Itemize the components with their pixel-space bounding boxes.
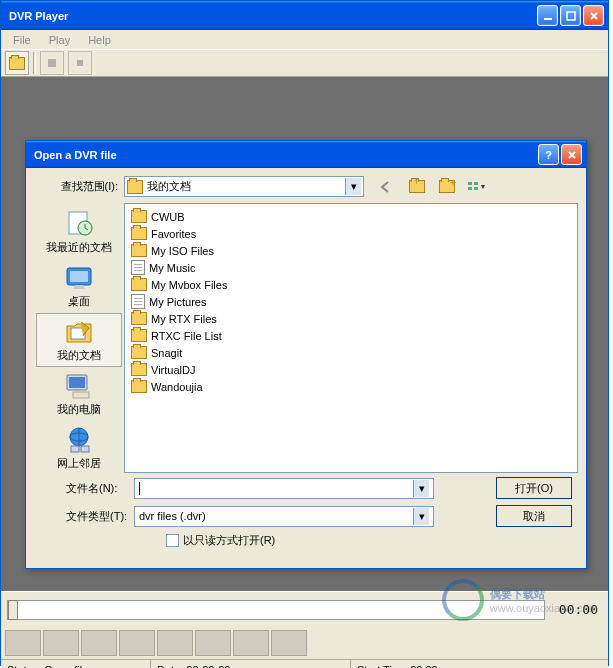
desktop-icon — [63, 264, 95, 292]
file-item[interactable]: My Mvbox Files — [131, 276, 571, 293]
svg-rect-6 — [474, 182, 478, 185]
place-label: 我的电脑 — [57, 402, 101, 417]
up-folder-button[interactable]: ↑ — [406, 177, 428, 197]
svg-rect-0 — [544, 18, 552, 20]
place-network[interactable]: 网上邻居 — [36, 421, 122, 475]
file-item[interactable]: VirtualDJ — [131, 361, 571, 378]
dialog-close-button[interactable] — [561, 144, 582, 165]
timeline-slider[interactable] — [7, 600, 545, 620]
thumbnail-row — [1, 627, 608, 659]
file-list[interactable]: CWUBFavoritesMy ISO FilesMy MusicMy Mvbo… — [124, 203, 578, 473]
file-item[interactable]: My Music — [131, 259, 571, 276]
svg-rect-4 — [468, 182, 472, 185]
toolbar-button-2[interactable] — [40, 51, 64, 75]
dropdown-arrow-icon[interactable]: ▾ — [345, 178, 361, 195]
svg-rect-18 — [71, 446, 79, 452]
channel-thumb[interactable] — [119, 630, 155, 656]
document-icon — [131, 294, 145, 309]
tool-icon — [73, 56, 87, 70]
dialog-title: Open a DVR file — [30, 149, 538, 161]
minimize-button[interactable] — [537, 5, 558, 26]
svg-rect-3 — [77, 60, 83, 66]
dropdown-arrow-icon[interactable]: ▾ — [413, 480, 429, 497]
slider-thumb[interactable] — [8, 600, 18, 620]
folder-icon — [131, 278, 147, 291]
places-bar: 我最近的文档 桌面 我的文档 我的电脑 — [34, 203, 124, 473]
dialog-titlebar[interactable]: Open a DVR file ? — [26, 141, 586, 168]
svg-rect-5 — [468, 187, 472, 190]
open-file-dialog: Open a DVR file ? 查找范围(I): 我的文档 ▾ — [25, 140, 587, 569]
file-name: RTXC File List — [151, 330, 222, 342]
lookin-label: 查找范围(I): — [34, 179, 124, 194]
mydocs-icon — [63, 318, 95, 346]
menubar: File Play Help — [1, 30, 608, 49]
computer-icon — [63, 372, 95, 400]
cancel-button[interactable]: 取消 — [496, 505, 572, 527]
svg-rect-11 — [70, 271, 88, 282]
folder-icon — [131, 210, 147, 223]
place-recent[interactable]: 我最近的文档 — [36, 205, 122, 259]
statusbar: Status: Open file... Data: 00-00-00 Star… — [1, 659, 608, 668]
view-icon — [467, 180, 487, 194]
dropdown-arrow-icon[interactable]: ▾ — [413, 508, 429, 525]
file-item[interactable]: RTXC File List — [131, 327, 571, 344]
file-item[interactable]: Favorites — [131, 225, 571, 242]
file-name: My ISO Files — [151, 245, 214, 257]
tool-icon — [45, 56, 59, 70]
file-name: My Music — [149, 262, 195, 274]
recent-docs-icon — [63, 210, 95, 238]
file-item[interactable]: Wandoujia — [131, 378, 571, 395]
channel-thumb[interactable] — [5, 630, 41, 656]
main-titlebar[interactable]: DVR Player — [1, 1, 608, 30]
file-name: VirtualDJ — [151, 364, 195, 376]
channel-thumb[interactable] — [195, 630, 231, 656]
channel-thumb[interactable] — [157, 630, 193, 656]
dialog-help-button[interactable]: ? — [538, 144, 559, 165]
file-item[interactable]: My ISO Files — [131, 242, 571, 259]
folder-up-icon: ↑ — [409, 180, 425, 193]
place-label: 我的文档 — [57, 348, 101, 363]
file-item[interactable]: My Pictures — [131, 293, 571, 310]
new-folder-button[interactable]: ✦ — [436, 177, 458, 197]
channel-thumb[interactable] — [233, 630, 269, 656]
folder-icon — [131, 244, 147, 257]
file-item[interactable]: My RTX Files — [131, 310, 571, 327]
file-name: Wandoujia — [151, 381, 203, 393]
channel-thumb[interactable] — [43, 630, 79, 656]
toolbar-separator — [33, 52, 36, 74]
place-mydocs[interactable]: 我的文档 — [36, 313, 122, 367]
open-button[interactable]: 打开(O) — [496, 477, 572, 499]
place-label: 网上邻居 — [57, 456, 101, 471]
folder-icon — [131, 363, 147, 376]
status-start: Start Time:00:00 — [351, 660, 608, 668]
channel-thumb[interactable] — [81, 630, 117, 656]
filename-input[interactable]: ▾ — [134, 478, 434, 499]
back-button[interactable] — [376, 177, 398, 197]
place-desktop[interactable]: 桌面 — [36, 259, 122, 313]
folder-icon — [131, 227, 147, 240]
file-item[interactable]: CWUB — [131, 208, 571, 225]
file-name: Snagit — [151, 347, 182, 359]
filetype-combo[interactable]: dvr files (.dvr) ▾ — [134, 506, 434, 527]
view-menu-button[interactable] — [466, 177, 488, 197]
menu-file[interactable]: File — [5, 32, 39, 48]
folder-icon — [127, 180, 143, 194]
file-name: My Mvbox Files — [151, 279, 227, 291]
readonly-checkbox[interactable] — [166, 534, 179, 547]
toolbar — [1, 49, 608, 77]
toolbar-button-3[interactable] — [68, 51, 92, 75]
file-name: My Pictures — [149, 296, 206, 308]
menu-help[interactable]: Help — [80, 32, 119, 48]
place-mycomputer[interactable]: 我的电脑 — [36, 367, 122, 421]
lookin-combo[interactable]: 我的文档 ▾ — [124, 176, 364, 197]
folder-icon — [131, 329, 147, 342]
menu-play[interactable]: Play — [41, 32, 78, 48]
channel-thumb[interactable] — [271, 630, 307, 656]
svg-rect-14 — [69, 377, 85, 388]
folder-open-icon — [9, 57, 25, 70]
status-message: Status: Open file... — [1, 660, 151, 668]
file-item[interactable]: Snagit — [131, 344, 571, 361]
close-button[interactable] — [583, 5, 604, 26]
open-file-button[interactable] — [5, 51, 29, 75]
maximize-button[interactable] — [560, 5, 581, 26]
